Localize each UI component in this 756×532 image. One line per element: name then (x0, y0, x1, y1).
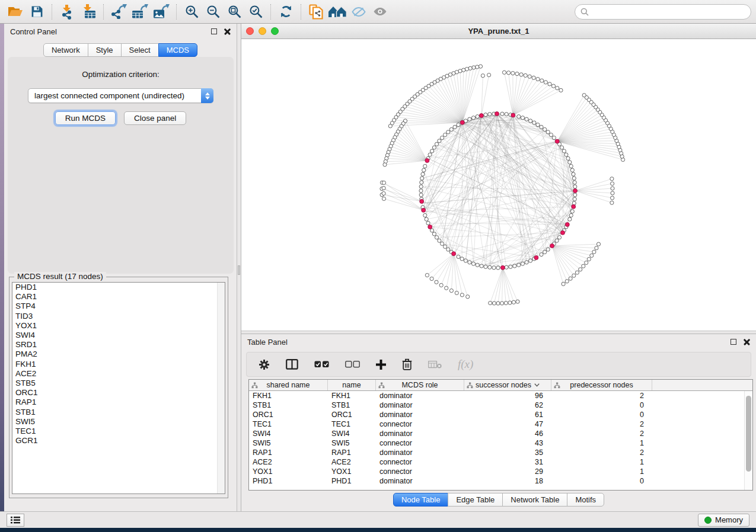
mcds-result-item[interactable]: ORC1 (12, 388, 225, 398)
mcds-result-item[interactable]: SWI5 (12, 417, 225, 427)
cell-successor-nodes[interactable]: 18 (464, 477, 551, 485)
cell-predecessor-nodes[interactable]: 0 (551, 411, 652, 419)
network-graph[interactable] (241, 39, 756, 331)
cell-successor-nodes[interactable]: 46 (464, 430, 551, 438)
cell-mcds-role[interactable]: connector (376, 458, 464, 466)
cell-name[interactable]: YOX1 (328, 467, 376, 476)
cell-name[interactable]: PHD1 (328, 477, 376, 485)
tab-mcds[interactable]: MCDS (158, 43, 197, 57)
cell-shared-name[interactable]: SWI5 (249, 439, 328, 447)
import-network-button[interactable] (56, 2, 78, 21)
cell-predecessor-nodes[interactable]: 2 (551, 420, 652, 428)
first-neighbors-button[interactable] (327, 2, 348, 21)
search-box[interactable] (575, 4, 751, 20)
column-header-successor-nodes[interactable]: successor nodes (464, 380, 551, 390)
delete-column-button[interactable] (402, 358, 412, 370)
column-header-shared-name[interactable]: shared name (249, 380, 328, 390)
mcds-result-item[interactable]: GCR1 (12, 436, 225, 446)
search-input[interactable] (592, 7, 745, 17)
export-network-button[interactable] (108, 2, 129, 21)
cell-predecessor-nodes[interactable]: 2 (551, 430, 652, 438)
cell-mcds-role[interactable]: dominator (376, 477, 464, 485)
cell-mcds-role[interactable]: dominator (376, 392, 464, 400)
cell-mcds-role[interactable]: connector (376, 467, 464, 476)
cell-successor-nodes[interactable]: 43 (464, 439, 551, 447)
column-header-predecessor-nodes[interactable]: predecessor nodes (551, 380, 652, 390)
cell-mcds-role[interactable]: dominator (376, 401, 464, 409)
export-image-button[interactable] (151, 2, 172, 21)
mcds-result-item[interactable]: SWI4 (12, 331, 225, 340)
cell-successor-nodes[interactable]: 31 (464, 458, 551, 466)
export-table-button[interactable] (129, 2, 151, 21)
float-table-panel-icon[interactable] (731, 339, 736, 345)
cell-predecessor-nodes[interactable]: 1 (551, 467, 652, 476)
table-settings-button[interactable] (259, 359, 270, 370)
table-scrollbar[interactable] (744, 391, 752, 490)
open-file-button[interactable] (5, 2, 26, 21)
cell-successor-nodes[interactable]: 47 (464, 420, 551, 428)
cell-mcds-role[interactable]: dominator (376, 448, 464, 457)
mcds-result-item[interactable]: RAP1 (12, 398, 225, 407)
cell-predecessor-nodes[interactable]: 1 (551, 439, 652, 447)
mcds-result-item[interactable]: CAR1 (12, 292, 225, 302)
table-row[interactable]: ACE2ACE2connector311 (249, 457, 744, 467)
zoom-fit-button[interactable] (224, 2, 245, 21)
cell-successor-nodes[interactable]: 96 (464, 392, 551, 400)
network-window-titlebar[interactable]: YPA_prune.txt_1 (241, 24, 756, 39)
tab-edge-table[interactable]: Edge Table (448, 493, 503, 507)
tab-select[interactable]: Select (121, 43, 159, 57)
deselect-all-columns-button[interactable] (345, 361, 360, 368)
table-row[interactable]: ORC1ORC1dominator610 (249, 410, 744, 419)
clone-network-button[interactable] (305, 2, 327, 21)
table-row[interactable]: SWI4SWI4dominator462 (249, 429, 744, 438)
table-row[interactable]: RAP1RAP1dominator352 (249, 448, 744, 457)
table-row[interactable]: PHD1PHD1dominator180 (249, 476, 744, 486)
cell-name[interactable]: ORC1 (328, 411, 376, 419)
tab-motifs[interactable]: Motifs (567, 493, 604, 507)
memory-button[interactable]: Memory (698, 514, 749, 527)
table-row[interactable]: FKH1FKH1dominator962 (249, 391, 744, 400)
cell-name[interactable]: SWI5 (328, 439, 376, 447)
cell-mcds-role[interactable]: dominator (376, 430, 464, 438)
cell-predecessor-nodes[interactable]: 2 (551, 392, 652, 400)
cell-name[interactable]: RAP1 (328, 448, 376, 457)
zoom-out-button[interactable] (202, 2, 224, 21)
zoom-in-button[interactable] (181, 2, 202, 21)
close-table-panel-icon[interactable] (744, 339, 750, 345)
cell-predecessor-nodes[interactable]: 1 (551, 458, 652, 466)
mcds-result-item[interactable]: SRD1 (12, 340, 225, 350)
close-panel-icon[interactable] (224, 28, 231, 35)
add-column-button[interactable] (376, 360, 386, 370)
cell-mcds-role[interactable]: connector (376, 439, 464, 447)
show-columns-button[interactable] (286, 359, 298, 370)
cell-successor-nodes[interactable]: 61 (464, 411, 551, 419)
cell-name[interactable]: TEC1 (328, 420, 376, 428)
cell-shared-name[interactable]: FKH1 (249, 392, 328, 400)
cell-shared-name[interactable]: RAP1 (249, 448, 328, 457)
cell-shared-name[interactable]: TEC1 (249, 420, 328, 428)
tab-node-table[interactable]: Node Table (393, 493, 449, 507)
close-panel-button[interactable]: Close panel (124, 111, 186, 125)
table-row[interactable]: TEC1TEC1connector472 (249, 419, 744, 429)
mcds-result-item[interactable]: PHD1 (12, 283, 225, 292)
cell-successor-nodes[interactable]: 29 (464, 467, 551, 476)
cell-successor-nodes[interactable]: 35 (464, 448, 551, 457)
cell-successor-nodes[interactable]: 62 (464, 401, 551, 409)
mcds-result-item[interactable]: FKH1 (12, 360, 225, 369)
mcds-result-item[interactable]: PMA2 (12, 350, 225, 359)
cell-shared-name[interactable]: PHD1 (249, 477, 328, 485)
tab-network-table[interactable]: Network Table (502, 493, 567, 507)
cell-name[interactable]: SWI4 (328, 430, 376, 438)
table-scrollbar-thumb[interactable] (746, 396, 751, 472)
mcds-result-item[interactable]: ACE2 (12, 369, 225, 379)
vertical-splitter[interactable] (237, 24, 241, 511)
hide-selected-button[interactable] (348, 2, 369, 21)
mcds-list-scrollbar[interactable] (217, 283, 225, 493)
refresh-button[interactable] (275, 2, 296, 21)
show-all-button[interactable] (369, 2, 391, 21)
float-panel-icon[interactable] (211, 28, 217, 34)
mcds-result-item[interactable]: TID3 (12, 312, 225, 321)
column-header-name[interactable]: name (328, 380, 376, 390)
optimization-criterion-select[interactable]: largest connected component (undirected) (28, 88, 213, 103)
cell-predecessor-nodes[interactable]: 0 (551, 401, 652, 409)
